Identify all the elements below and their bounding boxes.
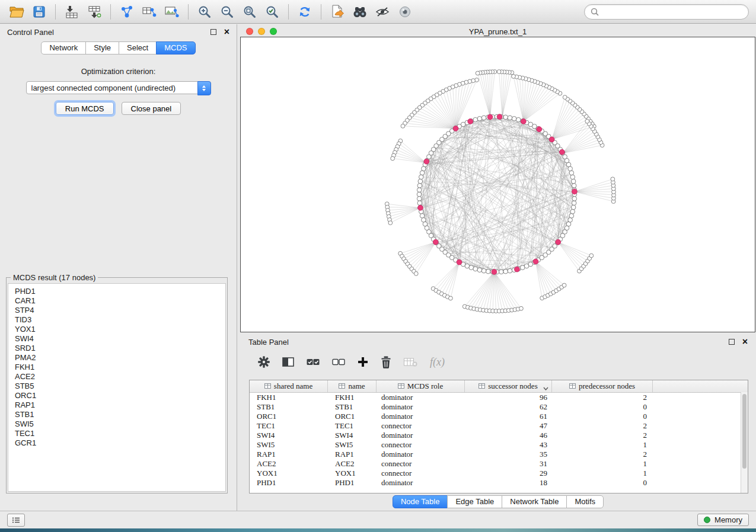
table-row[interactable]: PHD1PHD1dominator180 [250,478,748,488]
zoom-out-button[interactable] [216,2,238,21]
create-column-button[interactable] [358,357,368,367]
close-panel-button[interactable]: Close panel [122,102,181,115]
network-canvas[interactable] [241,37,755,332]
deselect-all-rows-button[interactable] [332,358,345,366]
column-header-predecessor-nodes[interactable]: predecessor nodes [552,380,653,392]
mcds-result-item[interactable]: STP4 [15,306,219,315]
criterion-dropdown[interactable]: largest connected component (undirected) [26,81,211,94]
mcds-result-item[interactable]: GCR1 [15,438,219,448]
save-session-button[interactable] [28,2,50,21]
close-panel-icon[interactable]: × [224,27,229,37]
show-columns-button[interactable] [282,357,294,367]
search-network-button[interactable] [349,2,371,21]
table-tab-network-table[interactable]: Network Table [502,495,567,508]
export-network-button[interactable] [116,2,138,21]
mcds-result-item[interactable]: TID3 [15,315,219,325]
table-cell: FKH1 [250,393,328,402]
plus-icon [358,357,368,367]
column-header-successor-nodes[interactable]: successor nodes [465,380,552,392]
show-graphics-details-button[interactable] [394,2,416,21]
share-document-icon [331,5,344,19]
minimize-window-icon[interactable] [258,28,265,35]
mcds-result-item[interactable]: RAP1 [15,400,219,410]
table-row[interactable]: FKH1FKH1dominator962 [250,393,748,402]
memory-button[interactable]: Memory [697,514,749,526]
vertical-scrollbar[interactable] [741,392,748,493]
mcds-result-item[interactable]: TEC1 [15,429,219,438]
network-table-icon [142,5,157,18]
share-document-button[interactable] [327,2,348,21]
open-session-button[interactable] [6,2,27,21]
refresh-view-button[interactable] [294,2,315,21]
table-row[interactable]: ORC1ORC1dominator610 [250,412,748,421]
mcds-result-item[interactable]: STB1 [15,410,219,419]
table-row[interactable]: SWI5SWI5connector431 [250,440,748,450]
mcds-result-item[interactable]: STB5 [15,382,219,391]
table-row[interactable]: STB1STB1dominator620 [250,402,748,412]
column-type-icon [479,382,485,391]
column-header-mcds-role[interactable]: MCDS role [377,380,465,392]
mcds-result-item[interactable]: PMA2 [15,353,219,363]
scrollbar-thumb[interactable] [742,394,747,469]
float-panel-icon[interactable] [210,29,216,35]
table-tab-node-table[interactable]: Node Table [393,495,448,508]
zoom-in-button[interactable] [194,2,215,21]
run-mcds-button[interactable]: Run MCDS [56,102,114,115]
tab-network[interactable]: Network [41,41,86,55]
table-tab-edge-table[interactable]: Edge Table [447,495,502,508]
eye-sphere-icon [399,6,411,18]
network-share-icon [120,5,134,18]
zoom-window-icon[interactable] [270,28,277,35]
table-cell: 2 [552,393,653,402]
table-cell: dominator [377,450,465,459]
table-row[interactable]: RAP1RAP1dominator352 [250,450,748,459]
table-cell: connector [377,421,465,431]
mcds-result-item[interactable]: ORC1 [15,391,219,400]
export-table-button[interactable] [139,2,160,21]
sort-dropdown-icon[interactable] [543,383,548,393]
tab-select[interactable]: Select [119,41,157,55]
table-cell: connector [377,440,465,450]
table-panel-header: Table Panel × [240,335,756,349]
mcds-result-item[interactable]: YOX1 [15,325,219,334]
tab-style[interactable]: Style [85,41,119,55]
mcds-result-item[interactable]: CAR1 [15,296,219,306]
float-table-panel-icon[interactable] [729,339,735,345]
zoom-selected-button[interactable] [261,2,283,21]
save-floppy-icon [33,6,45,18]
close-window-icon[interactable] [246,28,253,35]
column-type-icon [569,382,576,391]
mcds-result-item[interactable]: ACE2 [15,372,219,382]
toolbar-separator [188,4,189,20]
table-cell: dominator [377,431,465,440]
import-table-button[interactable] [61,2,82,21]
mcds-result-item[interactable]: FKH1 [15,363,219,372]
table-cell: ORC1 [250,412,328,421]
table-row[interactable]: ACE2ACE2connector311 [250,459,748,469]
toolbar-separator [110,4,111,20]
search-input[interactable] [602,7,742,17]
zoom-fit-button[interactable] [239,2,260,21]
search-box[interactable] [584,4,749,20]
network-window-titlebar[interactable]: YPA_prune.txt_1 [240,26,755,37]
select-all-rows-button[interactable] [307,358,320,366]
mcds-result-item[interactable]: PHD1 [15,287,219,296]
table-cell: 35 [465,450,552,459]
table-row[interactable]: SWI4SWI4dominator462 [250,431,748,440]
delete-column-button[interactable] [381,356,391,368]
mcds-result-item[interactable]: SRD1 [15,344,219,353]
table-row[interactable]: YOX1YOX1connector291 [250,469,748,478]
table-tab-motifs[interactable]: Motifs [566,495,604,508]
table-settings-button[interactable] [258,356,270,368]
tab-mcds[interactable]: MCDS [156,41,195,55]
mcds-result-item[interactable]: SWI5 [15,419,219,429]
task-history-button[interactable] [7,514,25,527]
import-network-from-table-button[interactable] [84,2,105,21]
mcds-result-item[interactable]: SWI4 [15,334,219,344]
column-header-name[interactable]: name [328,380,377,392]
close-table-panel-icon[interactable]: × [742,337,748,347]
hide-graphics-details-button[interactable] [372,2,393,21]
column-header-shared-name[interactable]: shared name [250,380,328,392]
export-image-button[interactable] [161,2,183,21]
table-row[interactable]: TEC1TEC1connector472 [250,421,748,431]
